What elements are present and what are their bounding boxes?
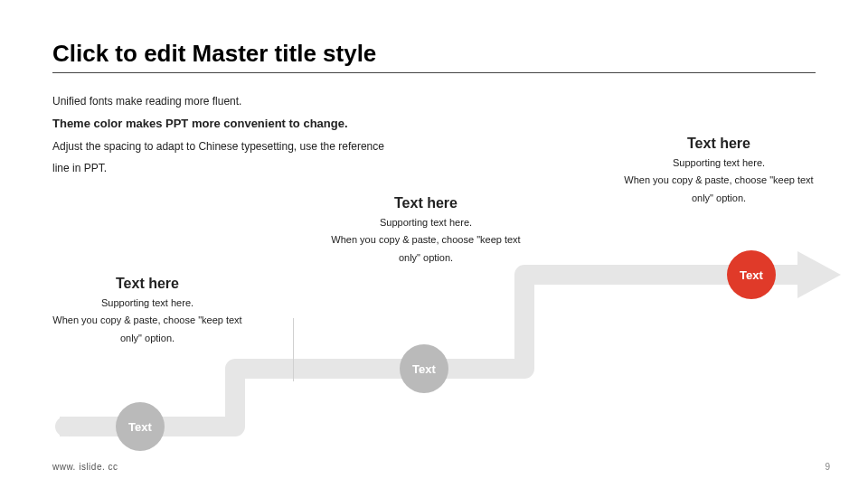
body-line-1: Unified fonts make reading more fluent. <box>52 90 523 112</box>
title-underline <box>52 72 816 73</box>
body-line-4: line in PPT. <box>52 157 523 179</box>
svg-point-0 <box>55 417 75 436</box>
text-block-2-support: Supporting text here. <box>295 217 557 228</box>
node-2: Text <box>400 344 448 393</box>
body-line-3: Adjust the spacing to adapt to Chinese t… <box>52 136 523 157</box>
slide: Click to edit Master title style Unified… <box>0 0 868 488</box>
text-block-3-support: Supporting text here. <box>588 157 850 168</box>
node-3-label: Text <box>740 268 763 282</box>
node-1-label: Text <box>128 420 152 434</box>
text-block-2-copy2: only" option. <box>295 249 557 267</box>
body-line-2: Theme color makes PPT more convenient to… <box>52 112 523 136</box>
text-block-1-copy1: When you copy & paste, choose "keep text <box>16 312 278 330</box>
node-1: Text <box>116 402 165 451</box>
text-block-2-heading: Text here <box>295 195 557 211</box>
text-block-1[interactable]: Text here Supporting text here. When you… <box>16 276 278 348</box>
text-block-3-copy1: When you copy & paste, choose "keep text <box>588 172 850 190</box>
text-block-1-copy2: only" option. <box>16 330 278 348</box>
body-text[interactable]: Unified fonts make reading more fluent. … <box>52 90 523 179</box>
page-title[interactable]: Click to edit Master title style <box>52 40 376 68</box>
node-2-label: Text <box>412 362 436 376</box>
vertical-divider <box>293 318 294 381</box>
text-block-3-copy2: only" option. <box>588 190 850 208</box>
footer-url: www. islide. cc <box>52 462 118 472</box>
text-block-1-support: Supporting text here. <box>16 297 278 308</box>
text-block-2[interactable]: Text here Supporting text here. When you… <box>295 195 557 267</box>
text-block-3-heading: Text here <box>588 136 850 152</box>
text-block-3[interactable]: Text here Supporting text here. When you… <box>588 136 850 208</box>
node-3: Text <box>727 250 776 299</box>
text-block-2-copy1: When you copy & paste, choose "keep text <box>295 231 557 249</box>
text-block-1-heading: Text here <box>16 276 278 292</box>
footer-page-number: 9 <box>825 462 830 472</box>
